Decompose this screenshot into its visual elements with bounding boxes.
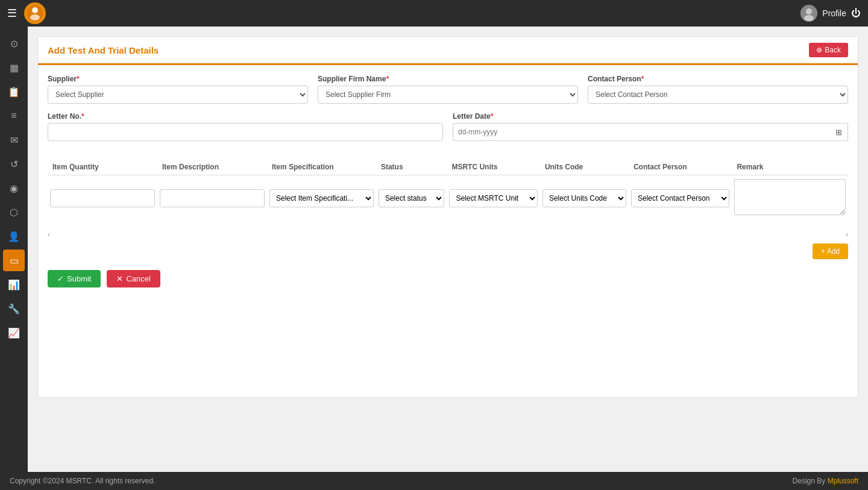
table-header: Item Quantity Item Description Item Spec… [48, 159, 848, 175]
sidebar-item-dashboard[interactable]: ⊙ [3, 33, 25, 54]
cancel-label: Cancel [126, 274, 150, 283]
scroll-right[interactable]: › [846, 230, 848, 239]
content-area: Add Test And Trial Details ⊕ Back Suppli… [28, 27, 868, 490]
supplier-required: * [77, 75, 80, 83]
footer-copyright: Copyright ©2024 MSRTC. All rights reserv… [10, 477, 155, 485]
col-header-msrtc: MSRTC Units [447, 159, 539, 175]
col-header-contact: Contact Person [629, 159, 732, 175]
letter-no-label: Letter No.* [48, 112, 443, 121]
cell-status: Select status [376, 175, 447, 221]
letter-no-input[interactable] [48, 123, 443, 141]
supplier-firm-select[interactable]: Select Supplier Firm [318, 86, 578, 104]
sidebar-item-camera[interactable]: ◉ [3, 177, 25, 199]
cell-item-qty [48, 175, 157, 221]
submit-button[interactable]: ✓ Submit [48, 270, 101, 287]
page-card: Add Test And Trial Details ⊕ Back Suppli… [37, 36, 858, 398]
letter-date-required: * [491, 112, 494, 121]
cell-msrtc: Select MSRTC Unit [447, 175, 539, 221]
letter-no-required: * [81, 112, 84, 121]
sidebar-item-tools[interactable]: 🔧 [3, 298, 25, 319]
footer: Copyright ©2024 MSRTC. All rights reserv… [0, 472, 868, 490]
calendar-icon[interactable]: ⊞ [830, 123, 848, 141]
form-area: Supplier* Select Supplier Supplier Firm … [38, 65, 858, 159]
sidebar-item-refresh[interactable]: ↺ [3, 153, 25, 175]
sidebar-item-chart2[interactable]: 📈 [3, 322, 25, 344]
sidebar-item-file[interactable]: 📋 [3, 81, 25, 102]
remark-textarea[interactable] [734, 179, 846, 215]
supplier-group: Supplier* Select Supplier [48, 75, 308, 104]
hamburger-icon[interactable]: ☰ [7, 7, 17, 20]
svg-point-1 [32, 7, 38, 13]
form-row-1: Supplier* Select Supplier Supplier Firm … [48, 75, 848, 104]
col-header-remark: Remark [732, 159, 848, 175]
sidebar-item-grid[interactable]: ▦ [3, 57, 25, 78]
sidebar-item-tag[interactable]: ⬡ [3, 201, 25, 223]
item-desc-input[interactable] [160, 189, 265, 207]
profile-label[interactable]: Profile [822, 8, 846, 18]
back-icon: ⊕ [816, 46, 822, 54]
svg-point-2 [30, 14, 40, 20]
item-spec-select[interactable]: Select Item Specificati... [269, 189, 374, 207]
supplier-label: Supplier* [48, 75, 308, 83]
back-button[interactable]: ⊕ Back [809, 43, 848, 57]
main-wrapper: Add Test And Trial Details ⊕ Back Suppli… [28, 27, 868, 490]
col-header-item-spec: Item Specification [267, 159, 376, 175]
item-qty-input[interactable] [50, 189, 155, 207]
table-body: Select Item Specificati... Select status [48, 175, 848, 221]
action-buttons: ✓ Submit ✕ Cancel [38, 264, 858, 294]
status-select[interactable]: Select status [379, 189, 444, 207]
navbar: ☰ Profile ⏻ [0, 0, 868, 27]
app-logo [24, 2, 46, 24]
sidebar-item-barchart[interactable]: 📊 [3, 274, 25, 295]
col-header-item-desc: Item Description [157, 159, 267, 175]
navbar-left: ☰ [7, 2, 46, 24]
page-header: Add Test And Trial Details ⊕ Back [38, 37, 858, 65]
avatar [800, 5, 817, 22]
submit-check-icon: ✓ [57, 274, 64, 283]
col-header-status: Status [376, 159, 447, 175]
scroll-left[interactable]: ‹ [48, 230, 50, 239]
sidebar-item-list[interactable]: ≡ [3, 105, 25, 127]
add-button[interactable]: + Add [813, 243, 848, 259]
col-header-units-code: Units Code [540, 159, 629, 175]
table-row: Select Item Specificati... Select status [48, 175, 848, 221]
sidebar-item-mail[interactable]: ✉ [3, 129, 25, 151]
submit-label: Submit [67, 274, 91, 283]
letter-no-group: Letter No.* [48, 112, 443, 141]
letter-date-group: Letter Date* ⊞ [453, 112, 848, 141]
cell-units-code: Select Units Code [540, 175, 629, 221]
contact-person-group: Contact Person* Select Contact Person [588, 75, 848, 104]
scroll-bar-row: ‹ › [38, 228, 858, 241]
back-label: Back [825, 46, 841, 54]
table-section: Item Quantity Item Description Item Spec… [38, 159, 858, 228]
sidebar-item-tablet[interactable]: ▭ [3, 250, 25, 271]
letter-date-label: Letter Date* [453, 112, 848, 121]
contact-person-required: * [641, 75, 644, 83]
power-icon[interactable]: ⏻ [851, 8, 861, 19]
cell-contact: Select Contact Person [629, 175, 732, 221]
units-code-select[interactable]: Select Units Code [542, 189, 626, 207]
contact-person-select[interactable]: Select Contact Person [588, 86, 848, 104]
letter-date-input[interactable] [453, 123, 830, 141]
supplier-firm-label: Supplier Firm Name* [318, 75, 578, 83]
supplier-select[interactable]: Select Supplier [48, 86, 308, 104]
footer-company-link[interactable]: Mplussoft [828, 477, 858, 485]
cancel-button[interactable]: ✕ Cancel [107, 270, 160, 287]
date-input-wrapper: ⊞ [453, 123, 848, 141]
row-contact-select[interactable]: Select Contact Person [631, 189, 729, 207]
cell-item-desc [157, 175, 267, 221]
cell-remark [732, 175, 848, 221]
form-row-2: Letter No.* Letter Date* ⊞ [48, 112, 848, 141]
sidebar: ⊙ ▦ 📋 ≡ ✉ ↺ ◉ ⬡ 👤 ▭ 📊 🔧 📈 [0, 27, 28, 472]
msrtc-unit-select[interactable]: Select MSRTC Unit [449, 189, 537, 207]
sidebar-item-person[interactable]: 👤 [3, 225, 25, 247]
svg-point-4 [806, 8, 812, 14]
data-table: Item Quantity Item Description Item Spec… [48, 159, 848, 221]
supplier-firm-required: * [386, 75, 389, 83]
page-title: Add Test And Trial Details [48, 45, 159, 55]
contact-person-label: Contact Person* [588, 75, 848, 83]
navbar-right: Profile ⏻ [800, 5, 861, 22]
cell-item-spec: Select Item Specificati... [267, 175, 376, 221]
svg-point-5 [804, 15, 814, 21]
supplier-firm-group: Supplier Firm Name* Select Supplier Firm [318, 75, 578, 104]
